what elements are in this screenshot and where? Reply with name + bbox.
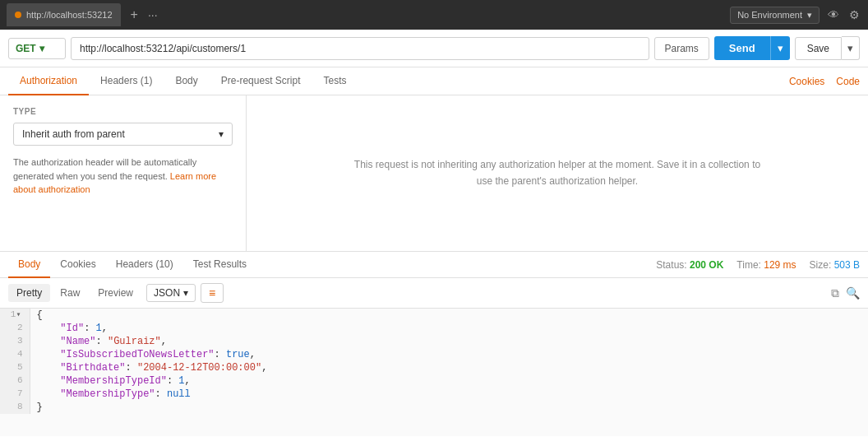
auth-left-panel: TYPE Inherit auth from parent ▾ The auth… [0, 95, 247, 251]
response-tab-body[interactable]: Body [8, 252, 50, 278]
table-row: 7 "MembershipType": null [0, 388, 868, 401]
size-label: Size: 503 B [810, 259, 860, 271]
env-caret-icon: ▾ [807, 10, 812, 21]
top-bar: http://localhost:53212 + ··· No Environm… [0, 0, 868, 30]
line-content: "IsSubscribedToNewsLetter": true, [30, 348, 868, 361]
size-value: 503 B [834, 259, 860, 271]
line-number: 5 [0, 361, 30, 374]
format-caret-icon: ▾ [183, 287, 188, 299]
tab-body[interactable]: Body [164, 67, 209, 95]
method-caret-icon: ▾ [39, 43, 44, 54]
tab-more-button[interactable]: ··· [148, 8, 158, 21]
response-body: Pretty Raw Preview JSON ▾ ≡ ⧉ 🔍 1▾ { 2 "… [0, 278, 868, 436]
table-row: 5 "Birthdate": "2004-12-12T00:00:00", [0, 361, 868, 374]
format-label: JSON [154, 287, 180, 299]
pretty-button[interactable]: Pretty [8, 284, 50, 302]
response-tab-headers[interactable]: Headers (10) [106, 252, 183, 278]
table-row: 8 } [0, 401, 868, 414]
line-content: } [30, 401, 868, 414]
status-label: Status: 200 OK [656, 259, 723, 271]
auth-type-label: TYPE [13, 107, 233, 116]
line-content: "MembershipTypeId": 1, [30, 374, 868, 388]
wrap-button[interactable]: ≡ [201, 283, 224, 303]
env-label: No Environment [737, 10, 802, 20]
auth-type-value: Inherit auth from parent [22, 128, 125, 140]
response-status-bar: Status: 200 OK Time: 129 ms Size: 503 B [656, 259, 860, 271]
tab-label: http://localhost:53212 [26, 10, 113, 20]
method-label: GET [16, 43, 36, 54]
save-group: Save ▾ [795, 36, 860, 60]
time-value: 129 ms [764, 259, 796, 271]
save-dropdown-button[interactable]: ▾ [842, 36, 860, 60]
line-number: 4 [0, 348, 30, 361]
search-icon[interactable]: 🔍 [846, 286, 860, 300]
request-tab-nav: Authorization Headers (1) Body Pre-reque… [0, 67, 868, 95]
send-dropdown-button[interactable]: ▾ [770, 36, 790, 60]
new-tab-button[interactable]: + [126, 7, 143, 22]
raw-button[interactable]: Raw [52, 284, 88, 302]
response-tab-cookies[interactable]: Cookies [50, 252, 105, 278]
response-tab-test-results[interactable]: Test Results [183, 252, 256, 278]
table-row: 6 "MembershipTypeId": 1, [0, 374, 868, 388]
table-row: 3 "Name": "Gulraiz", [0, 335, 868, 348]
line-content: "Birthdate": "2004-12-12T00:00:00", [30, 361, 868, 374]
eye-icon[interactable]: 👁 [826, 7, 841, 23]
response-tab-nav: Body Cookies Headers (10) Test Results S… [0, 252, 868, 278]
auth-description: The authorization header will be automat… [13, 156, 233, 197]
line-number: 7 [0, 388, 30, 401]
code-link[interactable]: Code [836, 76, 860, 87]
table-row: 1▾ { [0, 309, 868, 322]
response-toolbar: Pretty Raw Preview JSON ▾ ≡ ⧉ 🔍 [0, 278, 868, 309]
line-content: "Name": "Gulraiz", [30, 335, 868, 348]
copy-icon[interactable]: ⧉ [831, 286, 839, 300]
tab-headers[interactable]: Headers (1) [89, 67, 164, 95]
tab-tests[interactable]: Tests [312, 67, 358, 95]
line-number: 3 [0, 335, 30, 348]
url-input[interactable] [71, 37, 649, 60]
gear-icon[interactable]: ⚙ [847, 7, 861, 23]
response-code-area: 1▾ { 2 "Id": 1, 3 "Name": "Gulraiz", 4 "… [0, 309, 868, 436]
line-number: 6 [0, 374, 30, 388]
line-content: { [30, 309, 868, 322]
request-tab[interactable]: http://localhost:53212 [7, 3, 121, 26]
line-number: 2 [0, 322, 30, 335]
request-bar: GET ▾ Params Send ▾ Save ▾ [0, 30, 868, 67]
auth-right-panel: This request is not inheriting any autho… [247, 95, 868, 251]
line-number: 1▾ [0, 309, 30, 322]
send-group: Send ▾ [714, 36, 790, 60]
tab-authorization[interactable]: Authorization [8, 67, 89, 95]
toolbar-right-icons: ⧉ 🔍 [831, 286, 860, 300]
table-row: 2 "Id": 1, [0, 322, 868, 335]
auth-section: TYPE Inherit auth from parent ▾ The auth… [0, 95, 868, 252]
code-table: 1▾ { 2 "Id": 1, 3 "Name": "Gulraiz", 4 "… [0, 309, 868, 414]
auth-message: This request is not inheriting any autho… [352, 157, 763, 188]
preview-button[interactable]: Preview [90, 284, 141, 302]
auth-type-dropdown[interactable]: Inherit auth from parent ▾ [13, 123, 233, 146]
send-button[interactable]: Send [714, 36, 770, 60]
tab-pre-request-script[interactable]: Pre-request Script [210, 67, 312, 95]
auth-caret-icon: ▾ [219, 128, 224, 140]
table-row: 4 "IsSubscribedToNewsLetter": true, [0, 348, 868, 361]
method-selector[interactable]: GET ▾ [8, 38, 66, 59]
environment-selector[interactable]: No Environment ▾ [730, 7, 820, 24]
save-button[interactable]: Save [795, 37, 842, 60]
cookies-link[interactable]: Cookies [789, 76, 824, 87]
status-value: 200 OK [690, 259, 723, 271]
line-content: "Id": 1, [30, 322, 868, 335]
auth-desc-text: The authorization header will be automat… [13, 157, 196, 181]
top-right-controls: No Environment ▾ 👁 ⚙ [730, 7, 861, 24]
tab-dot [15, 12, 21, 18]
line-content: "MembershipType": null [30, 388, 868, 401]
format-selector[interactable]: JSON ▾ [146, 284, 196, 302]
tab-nav-right: Cookies Code [789, 76, 860, 87]
time-label: Time: 129 ms [736, 259, 796, 271]
line-number: 8 [0, 401, 30, 414]
params-button[interactable]: Params [654, 37, 709, 60]
